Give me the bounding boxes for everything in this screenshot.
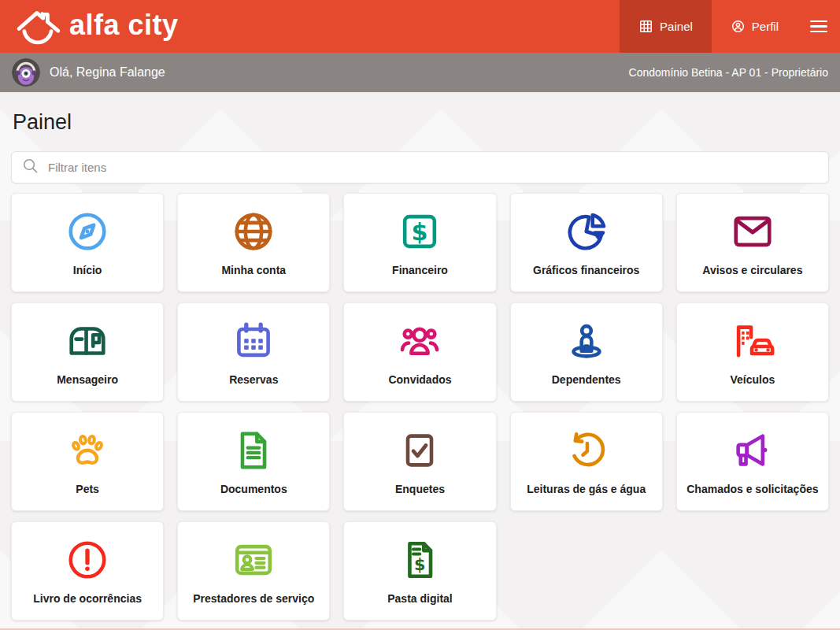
card-reservas[interactable]: Reservas (177, 302, 330, 402)
paw-icon (65, 428, 110, 473)
filter-search-box (11, 151, 829, 183)
invoice-dollar-icon: $ (397, 537, 442, 583)
card-livro-de-ocorrencias[interactable]: Livro de ocorrências (11, 521, 164, 621)
svg-text:$: $ (412, 218, 428, 246)
card-financeiro[interactable]: $ Financeiro (343, 193, 496, 292)
tab-painel-label: Painel (660, 20, 693, 33)
card-label: Chamados e solicitações (683, 483, 821, 495)
megaphone-icon (730, 428, 775, 473)
person-location-icon (564, 318, 609, 364)
card-documentos[interactable]: Documentos (177, 412, 330, 511)
greeting-text: Olá, Regina Falange (50, 65, 165, 80)
hamburger-icon (810, 20, 827, 33)
sub-header: Olá, Regina Falange Condomínio Betina - … (0, 53, 840, 92)
brand-logo: alfa city (0, 0, 179, 53)
card-avisos-e-circulares[interactable]: Avisos e circulares (676, 193, 829, 292)
card-label: Livro de ocorrências (30, 592, 145, 605)
card-label: Mensageiro (54, 373, 121, 386)
building-car-icon (730, 318, 775, 364)
search-icon (21, 157, 39, 178)
card-label: Avisos e circulares (699, 264, 805, 276)
card-prestadores-de-servico[interactable]: Prestadores de serviço (177, 521, 330, 621)
person-circle-icon (731, 19, 746, 34)
envelope-icon (730, 209, 775, 254)
card-pasta-digital[interactable]: $ Pasta digital (343, 521, 496, 621)
globe-icon (231, 209, 276, 254)
card-enquetes[interactable]: Enquetes (343, 412, 496, 511)
avatar (12, 58, 40, 87)
main-content: Painel Início Minha conta $ Financeiro G… (0, 110, 840, 621)
hamburger-menu-button[interactable] (797, 0, 840, 53)
people-group-icon (397, 318, 442, 364)
card-label: Reservas (226, 373, 281, 386)
document-icon (231, 428, 276, 473)
history-clock-icon (564, 428, 609, 473)
tab-painel[interactable]: Painel (620, 0, 712, 53)
alert-circle-icon (65, 537, 110, 583)
card-label: Minha conta (218, 264, 289, 276)
card-label: Prestadores de serviço (190, 592, 317, 605)
card-minha-conta[interactable]: Minha conta (177, 193, 330, 292)
card-label: Documentos (217, 483, 290, 495)
card-label: Gráficos financeiros (530, 264, 642, 276)
compass-icon (65, 209, 110, 254)
card-label: Leituras de gás e água (524, 483, 649, 495)
app-header: alfa city Painel Perfil (0, 0, 840, 53)
house-logo-icon (16, 7, 61, 46)
pie-chart-icon (564, 209, 609, 254)
card-label: Início (70, 264, 105, 276)
card-mensageiro[interactable]: Mensageiro (11, 302, 164, 402)
mailbox-icon (65, 318, 110, 364)
card-label: Convidados (385, 373, 454, 386)
card-chamados-e-solicitacoes[interactable]: Chamados e solicitações (676, 412, 829, 511)
tab-perfil-label: Perfil (752, 20, 779, 33)
card-convidados[interactable]: Convidados (343, 302, 496, 402)
card-label: Dependentes (549, 373, 624, 386)
card-dependentes[interactable]: Dependentes (510, 302, 663, 402)
page-title: Painel (13, 110, 829, 135)
id-card-icon (231, 537, 276, 583)
condo-context-text: Condomínio Betina - AP 01 - Proprietário (629, 66, 828, 79)
calendar-icon (231, 318, 276, 364)
grid-icon (638, 19, 653, 34)
brand-name: alfa city (69, 8, 179, 45)
user-info: Olá, Regina Falange (12, 58, 165, 87)
card-label: Financeiro (389, 264, 451, 276)
tab-perfil[interactable]: Perfil (712, 0, 797, 53)
filter-input[interactable] (48, 161, 819, 174)
header-nav: Painel Perfil (620, 0, 840, 53)
dollar-square-icon: $ (397, 209, 442, 254)
card-label: Pets (72, 483, 102, 495)
card-veiculos[interactable]: Veículos (676, 302, 829, 402)
card-label: Pasta digital (384, 592, 455, 605)
card-label: Enquetes (392, 483, 448, 495)
card-label: Veículos (727, 373, 778, 386)
card-graficos-financeiros[interactable]: Gráficos financeiros (510, 193, 663, 292)
checkbox-icon (397, 428, 442, 473)
card-pets[interactable]: Pets (11, 412, 164, 511)
card-inicio[interactable]: Início (11, 193, 164, 292)
svg-text:$: $ (414, 555, 425, 574)
cards-grid: Início Minha conta $ Financeiro Gráficos… (11, 193, 829, 621)
card-leituras-de-gas-e-agua[interactable]: Leituras de gás e água (510, 412, 663, 511)
